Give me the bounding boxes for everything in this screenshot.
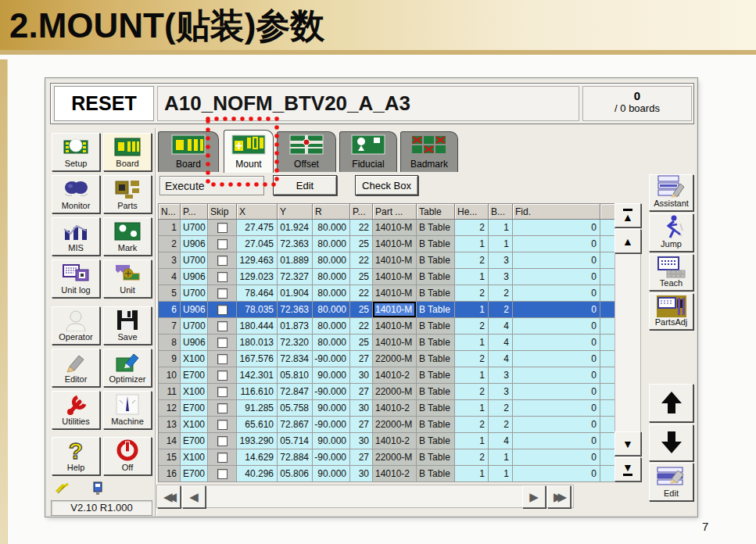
table-cell-n[interactable]: 3 xyxy=(159,252,181,269)
skip-checkbox[interactable] xyxy=(217,387,228,397)
table-cell-b[interactable]: 1 xyxy=(489,220,513,236)
skip-cell[interactable] xyxy=(208,302,237,318)
table-cell-p[interactable]: E700 xyxy=(181,400,208,417)
table-cell-n[interactable]: 13 xyxy=(159,417,181,433)
table-cell-fid[interactable]: 0 xyxy=(513,449,600,466)
table-cell-fid[interactable]: 0 xyxy=(513,384,600,400)
table-cell-p[interactable]: U700 xyxy=(181,285,208,302)
skip-cell[interactable] xyxy=(208,367,237,384)
table-cell-n[interactable]: 2 xyxy=(159,236,181,252)
sidebar-button-setup[interactable]: Setup xyxy=(52,133,100,171)
table-cell-table[interactable]: B Table xyxy=(417,351,455,367)
table-cell-r[interactable]: 80.000 xyxy=(313,269,350,285)
table-cell-x[interactable]: 193.290 xyxy=(237,433,278,449)
table-cell-table[interactable]: B Table xyxy=(417,367,455,384)
table-cell-x[interactable]: 27.475 xyxy=(237,220,278,236)
table-cell-b[interactable]: 3 xyxy=(489,367,513,384)
move-up-button[interactable] xyxy=(649,384,693,422)
table-cell-fid[interactable]: 0 xyxy=(513,285,600,302)
table-cell-b[interactable]: 1 xyxy=(489,449,513,466)
skip-cell[interactable] xyxy=(208,400,237,417)
table-cell-he[interactable]: 2 xyxy=(455,384,489,400)
scroll-to-top-button[interactable]: ▲ xyxy=(614,203,641,227)
table-cell-n[interactable]: 9 xyxy=(159,351,181,367)
table-cell-r[interactable]: 80.000 xyxy=(313,220,350,236)
table-cell-y[interactable]: 01.924 xyxy=(278,220,313,236)
tab-offset[interactable]: Offset xyxy=(277,131,336,172)
skip-cell[interactable] xyxy=(208,220,237,236)
table-cell-b[interactable]: 3 xyxy=(489,269,513,285)
check-box-button[interactable]: Check Box xyxy=(355,175,418,195)
table-cell-n[interactable]: 1 xyxy=(159,220,181,236)
table-cell-table[interactable]: B Table xyxy=(417,285,455,302)
skip-cell[interactable] xyxy=(208,449,237,466)
table-cell-r[interactable]: -90.000 xyxy=(313,417,350,433)
table-cell-b[interactable]: 4 xyxy=(489,318,513,335)
table-cell-b[interactable]: 4 xyxy=(489,433,513,449)
table-cell-r[interactable]: 80.000 xyxy=(313,252,350,269)
table-cell-fid[interactable]: 0 xyxy=(513,269,600,285)
sidebar-button-mis[interactable]: MIS xyxy=(52,217,100,256)
skip-checkbox[interactable] xyxy=(217,338,228,348)
sidebar-button-optimizer[interactable]: Optimizer xyxy=(103,349,152,387)
skip-checkbox[interactable] xyxy=(217,370,228,381)
table-cell-part[interactable]: 22000-M xyxy=(373,449,417,466)
table-cell-p[interactable]: E700 xyxy=(181,433,208,449)
table-cell-x[interactable]: 78.464 xyxy=(237,285,278,302)
scroll-to-bottom-button[interactable]: ▼ xyxy=(614,457,641,481)
table-cell-part[interactable]: 22000-M xyxy=(373,384,417,400)
table-cell-n[interactable]: 5 xyxy=(159,285,181,302)
skip-checkbox[interactable] xyxy=(217,272,228,282)
table-cell-x[interactable]: 116.610 xyxy=(237,384,278,400)
table-cell-p[interactable]: U906 xyxy=(181,302,208,318)
table-cell-p2[interactable]: 30 xyxy=(350,400,373,417)
table-cell-x[interactable]: 129.023 xyxy=(237,269,278,285)
table-cell-he[interactable]: 2 xyxy=(455,220,489,236)
table-cell-table[interactable]: B Table xyxy=(417,318,455,335)
table-cell-fid[interactable]: 0 xyxy=(513,318,600,335)
prev-page-button[interactable]: ◀ xyxy=(182,485,206,508)
table-cell-p[interactable]: X100 xyxy=(181,417,208,433)
table-cell-r[interactable]: 90.000 xyxy=(313,433,350,449)
skip-checkbox[interactable] xyxy=(217,436,228,446)
skip-cell[interactable] xyxy=(208,252,237,269)
sidebar-button-unit[interactable]: Unit xyxy=(103,259,152,298)
skip-cell[interactable] xyxy=(208,384,237,400)
first-page-button[interactable]: ◀◀ xyxy=(157,485,181,508)
h-scrollbar-track[interactable] xyxy=(156,485,574,508)
skip-checkbox[interactable] xyxy=(217,239,228,249)
table-cell-n[interactable]: 8 xyxy=(159,335,181,351)
tab-fiducial[interactable]: Fiducial xyxy=(339,131,397,172)
table-cell-part[interactable]: 14010-M xyxy=(373,269,417,285)
table-cell-p[interactable]: U906 xyxy=(181,335,208,351)
table-cell-fid[interactable]: 0 xyxy=(513,302,600,318)
table-cell-part[interactable]: 14010-2 xyxy=(373,400,417,417)
table-cell-r[interactable]: 80.000 xyxy=(313,318,350,335)
sidebar-button-help[interactable]: ? Help xyxy=(52,437,100,475)
table-cell-table[interactable]: B Table xyxy=(417,302,455,318)
table-cell-p[interactable]: U700 xyxy=(181,252,208,269)
table-cell-y[interactable]: 72.363 xyxy=(278,302,313,318)
table-cell-b[interactable]: 3 xyxy=(489,252,513,269)
table-cell-fid[interactable]: 0 xyxy=(513,220,600,236)
table-cell-x[interactable]: 65.610 xyxy=(237,417,278,433)
table-cell-p2[interactable]: 30 xyxy=(350,466,373,482)
table-cell-x[interactable]: 180.444 xyxy=(237,318,278,335)
table-cell-fid[interactable]: 0 xyxy=(513,466,600,482)
table-cell-he[interactable]: 2 xyxy=(455,417,489,433)
program-name-field[interactable]: A10_NOFM_BTV20_A_A3 xyxy=(157,86,579,121)
sidebar-button-operator[interactable]: Operator xyxy=(52,306,100,345)
table-cell-n[interactable]: 7 xyxy=(159,318,181,335)
table-cell-b[interactable]: 3 xyxy=(489,384,513,400)
table-cell-b[interactable]: 2 xyxy=(489,417,513,433)
table-cell-y[interactable]: 05.714 xyxy=(278,433,313,449)
skip-cell[interactable] xyxy=(208,335,237,351)
sidebar-button-utilities[interactable]: Utilities xyxy=(52,391,100,429)
table-cell-y[interactable]: 01.904 xyxy=(278,285,313,302)
table-cell-p[interactable]: E700 xyxy=(181,367,208,384)
next-page-button[interactable]: ▶ xyxy=(522,485,546,508)
execute-button[interactable]: Execute xyxy=(159,176,264,195)
table-cell-x[interactable]: 129.463 xyxy=(237,252,278,269)
sidebar-button-off[interactable]: Off xyxy=(103,437,152,475)
table-cell-b[interactable]: 2 xyxy=(489,400,513,417)
